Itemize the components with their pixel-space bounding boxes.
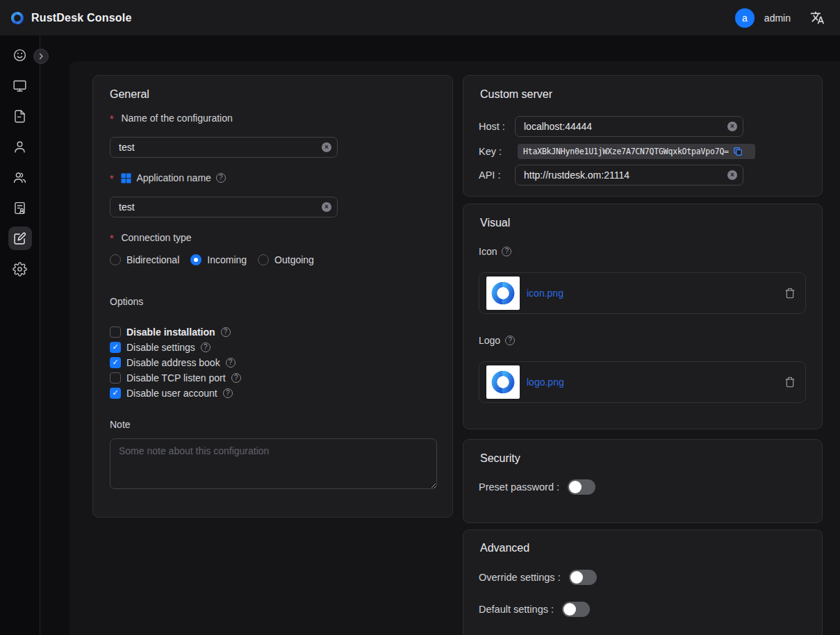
- brand: RustDesk Console: [10, 10, 132, 26]
- radio-incoming-control[interactable]: [190, 254, 201, 265]
- user-avatar[interactable]: a: [735, 8, 755, 28]
- rustdesk-logo-icon: [10, 10, 25, 26]
- clear-application-name-icon[interactable]: ×: [322, 202, 331, 212]
- host-label: Host :: [479, 116, 505, 137]
- icon-thumbnail: [486, 277, 520, 310]
- sidebar-item-configurations[interactable]: [2, 223, 38, 254]
- chevron-right-icon: [37, 52, 45, 60]
- icon-file-row: icon.png: [479, 272, 806, 314]
- icon-label: Icon ?: [479, 245, 511, 258]
- disable-address-book-help-icon[interactable]: ?: [226, 358, 236, 368]
- option-disable-tcp-listen-port: Disable TCP listen port ?: [110, 370, 241, 386]
- sidebar-item-dashboard[interactable]: [2, 40, 38, 70]
- sidebar-item-logs[interactable]: [2, 101, 38, 131]
- username[interactable]: admin: [764, 13, 791, 24]
- default-settings-toggle[interactable]: [562, 602, 590, 617]
- rustdesk-icon-preview: [489, 279, 517, 307]
- logo-label: Logo ?: [479, 333, 515, 347]
- sidebar-item-users[interactable]: [2, 131, 38, 162]
- disable-settings-help-icon[interactable]: ?: [201, 343, 211, 352]
- radio-incoming[interactable]: Incoming: [190, 254, 247, 265]
- config-name-input[interactable]: [110, 137, 338, 158]
- override-settings-label: Override settings :: [479, 572, 561, 583]
- clear-api-icon[interactable]: ×: [727, 170, 737, 180]
- radio-outgoing-control[interactable]: [258, 254, 269, 265]
- option-disable-user-account: Disable user account ?: [110, 386, 233, 401]
- sidebar-item-audit[interactable]: [2, 192, 38, 223]
- sidebar-item-settings[interactable]: [2, 254, 38, 284]
- option-disable-settings: Disable settings ?: [110, 340, 211, 355]
- config-name-label: Name of the configuration: [110, 111, 233, 125]
- rustdesk-logo-preview: [489, 368, 517, 396]
- trash-icon: [784, 288, 796, 299]
- clear-host-icon[interactable]: ×: [727, 122, 737, 131]
- api-label: API :: [479, 165, 500, 185]
- note-textarea[interactable]: [110, 438, 437, 489]
- delete-logo-button[interactable]: [784, 377, 796, 388]
- disable-user-account-help-icon[interactable]: ?: [223, 388, 233, 398]
- preset-password-label: Preset password :: [479, 481, 559, 493]
- general-card-title: General: [110, 88, 149, 101]
- translate-icon[interactable]: [810, 10, 825, 25]
- preset-password-toggle[interactable]: [568, 479, 595, 495]
- disable-settings-checkbox[interactable]: [110, 342, 121, 353]
- visual-card: Visual Icon ? icon.png Logo ? logo.png: [463, 204, 823, 429]
- icon-help-icon[interactable]: ?: [502, 247, 511, 256]
- sidebar-expand-button[interactable]: [33, 49, 49, 64]
- disable-tcp-listen-port-checkbox[interactable]: [110, 372, 121, 384]
- api-input[interactable]: [515, 165, 743, 185]
- advanced-card-title: Advanced: [480, 542, 529, 554]
- host-input[interactable]: [515, 116, 743, 137]
- key-value: HtaXBkJNHyn0e1U1jWXze7A7CN7QTGWqxkOtpaVp…: [523, 147, 729, 156]
- sidebar-item-devices[interactable]: [2, 70, 38, 101]
- smile-icon: [13, 48, 27, 63]
- disable-installation-checkbox[interactable]: [110, 327, 121, 338]
- disable-user-account-checkbox[interactable]: [110, 388, 121, 399]
- visual-card-title: Visual: [480, 217, 510, 229]
- preset-password-row: Preset password :: [479, 479, 595, 495]
- logo-thumbnail: [486, 365, 520, 399]
- custom-server-card-title: Custom server: [480, 88, 552, 101]
- security-card-title: Security: [480, 452, 520, 465]
- windows-icon: [121, 173, 131, 183]
- user-icon: [13, 140, 27, 154]
- monitor-icon: [13, 79, 27, 93]
- application-name-label: Application name ?: [110, 171, 226, 185]
- logo-file-link[interactable]: logo.png: [527, 377, 564, 388]
- team-icon: [13, 170, 27, 185]
- connection-type-label: Connection type: [110, 231, 192, 245]
- disable-tcp-listen-port-help-icon[interactable]: ?: [231, 373, 241, 383]
- options-label: Options: [110, 295, 143, 308]
- logo-help-icon[interactable]: ?: [505, 336, 515, 345]
- delete-icon-button[interactable]: [784, 288, 796, 299]
- disable-address-book-checkbox[interactable]: [110, 357, 121, 368]
- key-value-box: HtaXBkJNHyn0e1U1jWXze7A7CN7QTGWqxkOtpaVp…: [518, 144, 755, 159]
- trash-icon: [784, 377, 796, 388]
- option-disable-address-book: Disable address book ?: [110, 355, 236, 370]
- edit-config-icon: [8, 226, 32, 250]
- sidebar: [0, 35, 40, 635]
- top-bar: RustDesk Console a admin: [0, 0, 840, 35]
- radio-bidirectional-control[interactable]: [110, 254, 121, 265]
- clear-config-name-icon[interactable]: ×: [322, 142, 331, 152]
- app-title: RustDesk Console: [31, 12, 132, 24]
- radio-outgoing[interactable]: Outgoing: [258, 254, 314, 265]
- application-name-help-icon[interactable]: ?: [216, 173, 226, 183]
- icon-file-link[interactable]: icon.png: [527, 288, 563, 299]
- option-disable-installation: Disable installation ?: [110, 324, 231, 340]
- custom-server-card: Custom server Host : × Key : HtaXBkJNHyn…: [463, 75, 823, 197]
- disable-installation-help-icon[interactable]: ?: [221, 327, 231, 337]
- override-settings-toggle[interactable]: [569, 570, 597, 585]
- note-label: Note: [110, 418, 131, 431]
- settings-icon: [13, 262, 27, 277]
- logo-file-row: logo.png: [479, 361, 806, 403]
- document-icon: [13, 109, 27, 124]
- security-card: Security Preset password :: [463, 439, 823, 523]
- application-name-input[interactable]: [110, 197, 338, 217]
- override-settings-row: Override settings :: [479, 570, 597, 585]
- general-card: General Name of the configuration × Appl…: [92, 75, 453, 518]
- sidebar-item-groups[interactable]: [2, 162, 38, 192]
- copy-icon[interactable]: [733, 147, 743, 156]
- connection-type-radio-group: Bidirectional Incoming Outgoing: [110, 253, 314, 267]
- radio-bidirectional[interactable]: Bidirectional: [110, 254, 179, 265]
